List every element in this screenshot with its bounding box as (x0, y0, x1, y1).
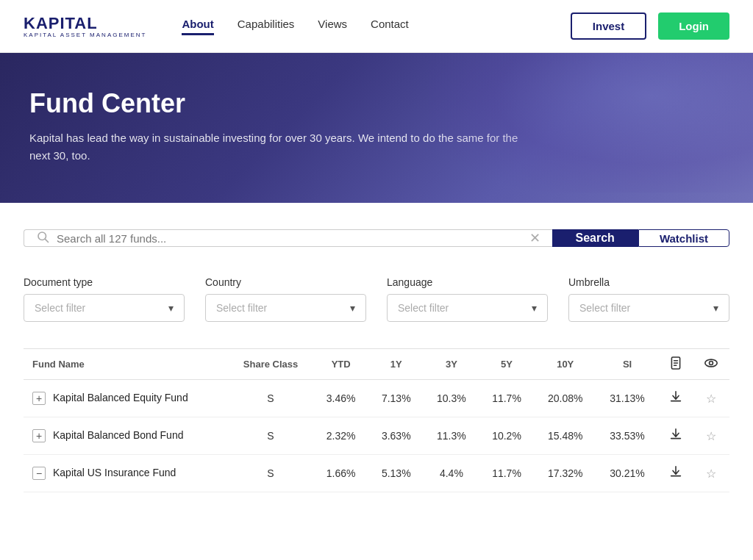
col-eye-icon (693, 349, 729, 380)
filters-row: Document type Select filter ▾ Country Se… (24, 276, 729, 322)
logo-sub: KAPITAL ASSET MANAGEMENT (24, 32, 146, 38)
star-icon-2[interactable]: ☆ (706, 467, 716, 480)
search-input[interactable] (57, 232, 524, 245)
search-box: ✕ (24, 229, 552, 247)
star-cell-0: ☆ (693, 380, 729, 417)
download-cell-1 (658, 417, 693, 455)
download-icon-1[interactable] (670, 431, 682, 443)
5y-1: 10.2% (479, 417, 534, 455)
star-cell-2: ☆ (693, 455, 729, 492)
clear-icon[interactable]: ✕ (529, 230, 540, 246)
svg-line-1 (45, 239, 48, 242)
3y-0: 10.3% (424, 380, 479, 417)
document-icon (670, 361, 682, 372)
10y-2: 17.32% (535, 455, 596, 492)
filter-select-umbrella[interactable]: Select filter ▾ (568, 294, 729, 322)
filter-group-country: Country Select filter ▾ (205, 276, 366, 322)
filter-select-country[interactable]: Select filter ▾ (205, 294, 366, 322)
ytd-1: 2.32% (313, 417, 368, 455)
3y-2: 4.4% (424, 455, 479, 492)
filter-label-umbrella: Umbrella (568, 276, 729, 288)
1y-0: 7.13% (368, 380, 424, 417)
fund-name-cell-0: + Kapital Balanced Equity Fund (24, 380, 228, 417)
filters-section: Document type Select filter ▾ Country Se… (0, 262, 753, 334)
star-icon-0[interactable]: ☆ (706, 392, 716, 405)
search-row: ✕ Search Watchlist (24, 229, 729, 247)
svg-point-6 (705, 359, 717, 367)
col-ytd: YTD (313, 349, 368, 380)
nav-actions: Invest Login (571, 12, 729, 40)
share-class-0: S (228, 380, 313, 417)
si-0: 31.13% (596, 380, 658, 417)
filter-placeholder-country: Select filter (216, 302, 267, 314)
eye-icon (704, 359, 718, 370)
5y-2: 11.7% (479, 455, 534, 492)
si-2: 30.21% (596, 455, 658, 492)
login-button[interactable]: Login (658, 12, 729, 40)
col-10y: 10Y (535, 349, 596, 380)
nav-link-about[interactable]: About (182, 18, 213, 35)
star-cell-1: ☆ (693, 417, 729, 455)
5y-0: 11.7% (479, 380, 534, 417)
search-button[interactable]: Search (552, 229, 638, 247)
chevron-down-icon-document-type: ▾ (168, 302, 174, 314)
chevron-down-icon-country: ▾ (350, 302, 355, 314)
col-doc-icon (658, 349, 693, 380)
1y-1: 3.63% (368, 417, 424, 455)
nav-link-views[interactable]: Views (318, 18, 347, 35)
download-icon-2[interactable] (670, 468, 682, 481)
download-icon-0[interactable] (670, 393, 682, 406)
search-section: ✕ Search Watchlist (0, 203, 753, 262)
invest-button[interactable]: Invest (571, 12, 646, 40)
download-cell-0 (658, 380, 693, 417)
funds-tbody: + Kapital Balanced Equity Fund S 3.46% 7… (24, 380, 729, 492)
chevron-down-icon-umbrella: ▾ (713, 302, 718, 314)
col-5y: 5Y (479, 349, 534, 380)
filter-placeholder-document-type: Select filter (35, 302, 85, 314)
funds-table: Fund Name Share Class YTD 1Y 3Y 5Y 10Y S… (24, 348, 729, 492)
col-3y: 3Y (424, 349, 479, 380)
logo-link[interactable]: KAPITAL KAPITAL ASSET MANAGEMENT (24, 14, 146, 38)
table-header-row: Fund Name Share Class YTD 1Y 3Y 5Y 10Y S… (24, 349, 729, 380)
table-row: + Kapital Balanced Bond Fund S 2.32% 3.6… (24, 417, 729, 455)
fund-name-text-2: Kapital US Insurance Fund (53, 466, 176, 481)
10y-1: 15.48% (535, 417, 596, 455)
table-section: Fund Name Share Class YTD 1Y 3Y 5Y 10Y S… (0, 334, 753, 492)
hero-section: Fund Center Kapital has lead the way in … (0, 53, 753, 203)
filter-select-document-type[interactable]: Select filter ▾ (24, 294, 185, 322)
col-fund-name: Fund Name (24, 349, 228, 380)
chevron-down-icon-language: ▾ (532, 302, 537, 314)
col-1y: 1Y (368, 349, 424, 380)
watchlist-button[interactable]: Watchlist (638, 229, 729, 247)
expand-button-0[interactable]: + (32, 392, 46, 405)
filter-placeholder-language: Select filter (398, 302, 449, 314)
fund-name-cell-2: − Kapital US Insurance Fund (24, 455, 228, 492)
filter-placeholder-umbrella: Select filter (579, 302, 630, 314)
nav-links: About Capabilities Views Contact (182, 18, 570, 35)
nav-link-contact[interactable]: Contact (371, 18, 409, 35)
search-icon (36, 230, 49, 246)
filter-select-language[interactable]: Select filter ▾ (387, 294, 548, 322)
expand-button-1[interactable]: + (32, 429, 46, 442)
filter-label-document-type: Document type (24, 276, 185, 288)
download-cell-2 (658, 455, 693, 492)
filter-group-document-type: Document type Select filter ▾ (24, 276, 185, 322)
filter-label-language: Language (387, 276, 548, 288)
star-icon-1[interactable]: ☆ (706, 430, 716, 442)
10y-0: 20.08% (535, 380, 596, 417)
table-row: + Kapital Balanced Equity Fund S 3.46% 7… (24, 380, 729, 417)
nav-link-capabilities[interactable]: Capabilities (238, 18, 295, 35)
ytd-2: 1.66% (313, 455, 368, 492)
table-row: − Kapital US Insurance Fund S 1.66% 5.13… (24, 455, 729, 492)
filter-group-umbrella: Umbrella Select filter ▾ (568, 276, 729, 322)
fund-name-cell-1: + Kapital Balanced Bond Fund (24, 417, 228, 455)
col-share-class: Share Class (228, 349, 313, 380)
ytd-0: 3.46% (313, 380, 368, 417)
fund-name-text-1: Kapital Balanced Bond Fund (53, 428, 183, 443)
hero-description: Kapital has lead the way in sustainable … (29, 129, 529, 165)
filter-group-language: Language Select filter ▾ (387, 276, 548, 322)
filter-label-country: Country (205, 276, 366, 288)
col-si: SI (596, 349, 658, 380)
fund-name-text-0: Kapital Balanced Equity Fund (53, 391, 188, 406)
expand-button-2[interactable]: − (32, 467, 46, 480)
